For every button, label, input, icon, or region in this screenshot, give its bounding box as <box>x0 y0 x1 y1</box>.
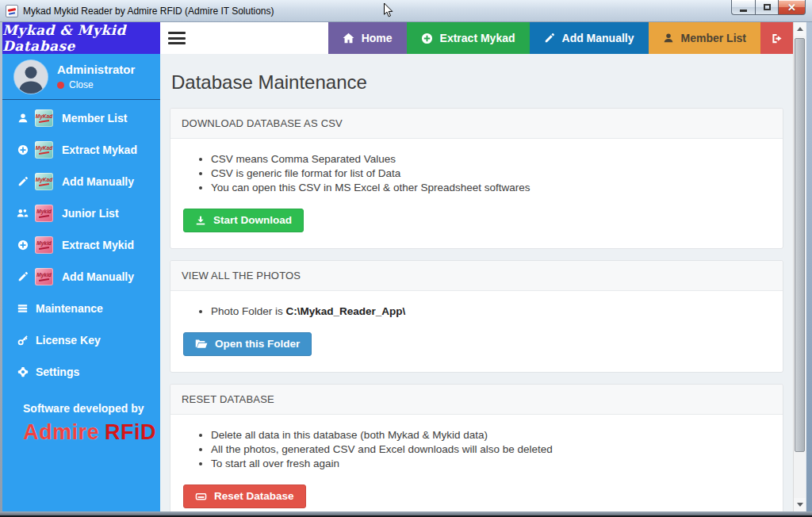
sidebar-item-license-key[interactable]: License Key <box>2 324 160 356</box>
plus-circle-icon <box>17 144 29 155</box>
user-icon <box>17 113 29 124</box>
status-dot-icon <box>57 82 64 89</box>
mykad-card-icon: MyKad <box>35 141 53 159</box>
sidebar-item-member-list[interactable]: MyKad Member List <box>2 102 160 134</box>
app-icon <box>6 5 18 17</box>
nav-extract-mykad-button[interactable]: Extract Mykad <box>407 22 530 54</box>
maximize-button[interactable] <box>755 0 778 15</box>
application-window: Mykad Mykid Reader by Admire RFID (Admir… <box>0 0 812 517</box>
pencil-icon <box>544 33 555 44</box>
bullet-item: Photo Folder is C:\Mykad_Reader_App\ <box>211 305 772 317</box>
panel-view-photos: VIEW ALL THE PHOTOS Photo Folder is C:\M… <box>170 260 783 373</box>
bullet-item: You can open this CSV in MS Excel & othe… <box>211 182 772 193</box>
sidebar-brand[interactable]: Mykad & Mykid Database <box>2 22 160 54</box>
user-panel: Administrator Close <box>2 54 160 100</box>
pencil-icon <box>17 271 29 282</box>
sidebar-item-settings[interactable]: Settings <box>2 356 160 388</box>
vertical-scrollbar[interactable] <box>793 22 806 511</box>
scroll-down-button[interactable] <box>794 498 806 511</box>
panel-title: DOWNLOAD DATABASE AS CSV <box>170 109 783 139</box>
panel-title: RESET DATABASE <box>170 385 783 415</box>
sidebar-item-extract-mykid[interactable]: Mykid Extract Mykid <box>2 229 160 261</box>
developer-note: Software developed by <box>23 402 160 415</box>
user-status-label: Close <box>69 79 94 90</box>
sidebar-item-add-manually-mykad[interactable]: MyKad Add Manually <box>2 166 160 197</box>
gear-icon <box>17 366 29 377</box>
avatar <box>14 60 48 94</box>
user-status[interactable]: Close <box>57 79 135 90</box>
bullet-item: All the photos, generated CSV and Excel … <box>211 443 772 455</box>
bullet-item: CSV is generic file format for list of D… <box>211 167 772 179</box>
mykad-card-icon: MyKad <box>35 173 53 190</box>
users-icon <box>17 208 29 219</box>
panel-reset-database: RESET DATABASE Delete all data in this d… <box>170 384 783 511</box>
open-folder-button[interactable]: Open this Folder <box>183 332 312 356</box>
admire-rfid-logo: Admire RFiD <box>23 420 160 445</box>
close-icon: ✕ <box>787 2 796 13</box>
bullet-item: To start all over fresh again <box>211 458 772 469</box>
panel-title: VIEW ALL THE PHOTOS <box>170 261 783 291</box>
mykad-card-icon: MyKad <box>35 109 53 127</box>
sign-out-icon <box>771 33 783 44</box>
folder-open-icon <box>195 339 208 350</box>
plus-circle-icon <box>17 239 29 251</box>
sidebar-menu: MyKad Member List MyKad Extract Mykad My… <box>2 100 160 388</box>
sidebar-footer: Software developed by Admire RFiD <box>2 402 160 445</box>
content-area: Home Extract Mykad Add Manually Member L… <box>160 22 793 511</box>
user-name: Administrator <box>57 63 135 76</box>
sidebar-item-junior-list[interactable]: Mykid Junior List <box>2 197 160 229</box>
home-icon <box>343 33 354 44</box>
top-navbar: Home Extract Mykad Add Manually Member L… <box>160 22 793 54</box>
bullet-item: CSV means Comma Separated Values <box>211 153 772 165</box>
mykid-card-icon: Mykid <box>35 268 53 285</box>
nav-add-manually-button[interactable]: Add Manually <box>530 22 649 54</box>
main-content: Database Maintenance DOWNLOAD DATABASE A… <box>160 54 793 511</box>
scrollbar-thumb[interactable] <box>795 38 805 452</box>
sidebar-item-maintenance[interactable]: Maintenance <box>2 293 160 324</box>
bullet-list: Photo Folder is C:\Mykad_Reader_App\ <box>182 305 772 317</box>
sidebar: Mykad & Mykid Database Administrator Clo… <box>2 22 160 511</box>
mykid-card-icon: Mykid <box>35 205 53 222</box>
window-titlebar[interactable]: Mykad Mykid Reader by Admire RFID (Admir… <box>0 0 812 22</box>
panel-download-csv: DOWNLOAD DATABASE AS CSV CSV means Comma… <box>170 108 783 249</box>
arrow-up-icon <box>797 27 803 31</box>
bullet-list: CSV means Comma Separated Values CSV is … <box>182 153 772 193</box>
minimize-button[interactable] <box>731 0 755 15</box>
key-icon <box>17 335 29 346</box>
mykid-card-icon: Mykid <box>35 236 53 254</box>
hdd-icon <box>195 491 207 502</box>
pencil-icon <box>17 176 29 187</box>
sidebar-item-add-manually-mykid[interactable]: Mykid Add Manually <box>2 261 160 293</box>
photo-folder-path: C:\Mykad_Reader_App\ <box>286 305 406 317</box>
close-button[interactable]: ✕ <box>778 0 806 15</box>
bullet-list: Delete all data in this database (both M… <box>182 429 772 469</box>
minimize-icon <box>740 10 747 12</box>
nav-home-button[interactable]: Home <box>328 22 407 54</box>
reset-database-button[interactable]: Reset Database <box>183 484 306 508</box>
nav-member-list-button[interactable]: Member List <box>649 22 760 54</box>
window-border-right <box>806 22 812 511</box>
plus-circle-icon <box>421 33 433 44</box>
window-title: Mykad Mykid Reader by Admire RFID (Admir… <box>23 6 274 17</box>
start-download-button[interactable]: Start Download <box>183 209 304 232</box>
tasks-icon <box>17 303 29 314</box>
scroll-up-button[interactable] <box>794 22 806 36</box>
arrow-down-icon <box>797 503 803 507</box>
sidebar-item-extract-mykad[interactable]: MyKad Extract Mykad <box>2 134 160 166</box>
nav-logout-button[interactable] <box>760 22 793 54</box>
user-icon <box>663 33 674 44</box>
download-icon <box>195 215 206 226</box>
page-title: Database Maintenance <box>171 71 782 94</box>
bullet-item: Delete all data in this database (both M… <box>211 429 772 441</box>
maximize-icon <box>764 4 771 10</box>
hamburger-menu-icon[interactable] <box>160 22 192 54</box>
